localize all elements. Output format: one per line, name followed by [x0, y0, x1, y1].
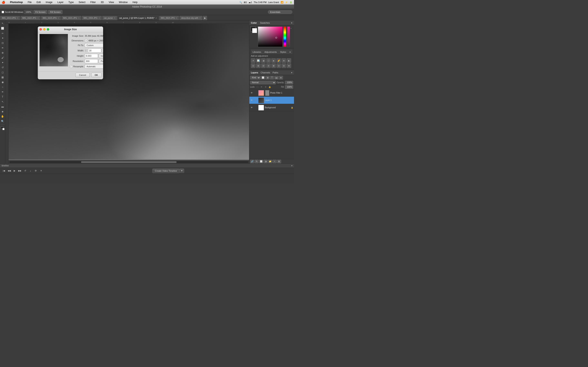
- tool-type[interactable]: T: [0, 95, 5, 99]
- scroll-all-checkbox[interactable]: Scroll All Windows: [2, 11, 23, 13]
- delete-layer-btn[interactable]: 🗑: [277, 160, 281, 163]
- adj-brightness[interactable]: ☀: [251, 58, 255, 63]
- layer-visibility-photo-filter[interactable]: 👁: [250, 91, 253, 95]
- menu-help[interactable]: Help: [132, 1, 138, 4]
- tab-img1622[interactable]: IMG_1622.JPG ✕: [20, 16, 41, 20]
- horizontal-scrollbar[interactable]: [9, 160, 249, 164]
- adj-bw[interactable]: ◐: [287, 58, 291, 63]
- filter-type-btn[interactable]: T: [270, 76, 274, 80]
- scrollbar-thumb[interactable]: [81, 161, 177, 163]
- menu-view[interactable]: View: [108, 1, 115, 4]
- tab-close-img1631[interactable]: ✕: [78, 17, 80, 19]
- menu-layer[interactable]: Layer: [57, 1, 64, 4]
- tool-blur[interactable]: ◉: [0, 80, 5, 84]
- dialog-minimize-btn[interactable]: [43, 28, 45, 31]
- filter-smartobj-btn[interactable]: ◈: [279, 76, 283, 80]
- color-cursor[interactable]: [276, 37, 277, 39]
- tab-close-cat-purse[interactable]: ✕: [114, 17, 115, 19]
- tool-move[interactable]: ↖: [0, 21, 5, 26]
- paths-tab[interactable]: Paths: [273, 71, 278, 74]
- dimensions-dropdown[interactable]: ▼: [85, 39, 87, 42]
- tl-loop-btn[interactable]: ↺: [23, 169, 27, 173]
- adj-color-lookup[interactable]: ⊟: [261, 63, 266, 68]
- new-group-btn[interactable]: 📁: [268, 160, 272, 163]
- layer-chain-layer1[interactable]: ⛓: [254, 99, 258, 102]
- tool-dodge[interactable]: ○: [0, 85, 5, 89]
- height-input[interactable]: [85, 54, 98, 58]
- filter-kind-select[interactable]: Kind: [250, 76, 260, 80]
- opacity-input[interactable]: [285, 81, 293, 84]
- add-mask-btn[interactable]: ⬜: [259, 160, 263, 163]
- height-unit-select[interactable]: Inches: [99, 54, 103, 58]
- tool-clone[interactable]: ✦: [0, 60, 5, 65]
- tool-crop[interactable]: ⊡: [0, 41, 5, 45]
- menu-image[interactable]: Image: [45, 1, 53, 4]
- menu-file[interactable]: File: [27, 1, 33, 4]
- tl-audio-btn[interactable]: ♪: [28, 169, 33, 173]
- tl-goto-start-btn[interactable]: |◀: [2, 169, 6, 173]
- workspace-search[interactable]: [268, 10, 292, 14]
- scrollbar-track[interactable]: [9, 161, 248, 163]
- adj-curves[interactable]: ◑: [261, 58, 266, 63]
- adj-levels[interactable]: 📊: [256, 58, 260, 63]
- tab-img1554[interactable]: IMG_1554.JPG ✕: [82, 16, 102, 20]
- resolution-input[interactable]: [85, 59, 98, 63]
- create-video-timeline-arrow[interactable]: ▼: [180, 169, 184, 173]
- tool-eraser[interactable]: ◻: [0, 70, 5, 75]
- adj-gradient-map[interactable]: ⊟: [282, 63, 286, 68]
- tool-select-rect[interactable]: ⬜: [0, 26, 5, 31]
- lock-checkerboard-btn[interactable]: ⬚: [256, 85, 259, 89]
- layer-chain-background[interactable]: [254, 106, 258, 109]
- tl-add-media-btn[interactable]: ✕: [39, 169, 43, 173]
- new-adjustment-btn[interactable]: ◑: [264, 160, 268, 163]
- collapse-arrow[interactable]: ▸: [291, 26, 293, 47]
- adjustments-panel-arrow[interactable]: ▸: [290, 51, 291, 53]
- cloud-icon[interactable]: ☁1: [249, 1, 252, 4]
- tab-close-img0624[interactable]: ✕: [176, 17, 177, 19]
- filter-shape-btn[interactable]: ▬: [274, 76, 278, 80]
- adj-photo-filter[interactable]: ⊡: [251, 63, 255, 68]
- libraries-tab[interactable]: Libraries: [252, 51, 261, 53]
- resample-select[interactable]: Automatic: [85, 64, 103, 68]
- menu-edit[interactable]: Edit: [36, 1, 42, 4]
- adj-invert[interactable]: ⊘: [266, 63, 271, 68]
- create-video-timeline-btn[interactable]: Create Video Timeline: [152, 169, 180, 173]
- tool-spot-heal[interactable]: ⊕: [0, 50, 5, 55]
- new-layer-btn[interactable]: +: [273, 160, 277, 163]
- layer-visibility-layer1[interactable]: 👁: [250, 99, 253, 102]
- link-layers-btn[interactable]: 🔗: [250, 160, 254, 163]
- tool-hand[interactable]: ✋: [0, 114, 5, 119]
- tab-img1613[interactable]: IMG_1613.JPG ✕: [0, 16, 20, 20]
- tl-play-btn[interactable]: ▶: [12, 169, 17, 173]
- menu-3d[interactable]: 3D: [100, 1, 104, 4]
- layers-panel-arrow[interactable]: ▸: [291, 71, 292, 74]
- foreground-background-color[interactable]: [0, 126, 5, 131]
- menu-type[interactable]: Type: [68, 1, 75, 4]
- alpha-slider[interactable]: [287, 26, 290, 47]
- tool-eyedropper[interactable]: ✒: [0, 46, 5, 50]
- fit-screen-button[interactable]: Fit Screen: [34, 10, 47, 14]
- filter-pixel-btn[interactable]: ⬜: [261, 76, 265, 80]
- tl-prev-frame-btn[interactable]: ◀◀: [7, 169, 11, 173]
- adj-exposure[interactable]: ⬡: [266, 58, 271, 63]
- menu-select[interactable]: Select: [78, 1, 86, 4]
- adj-vibrance[interactable]: ◈: [271, 58, 276, 63]
- tab-img1631[interactable]: IMG_1631.JPG ✕: [61, 16, 81, 20]
- menu-photoshop[interactable]: Photoshop: [9, 1, 24, 4]
- fill-input[interactable]: [285, 85, 293, 89]
- tab-close-img1613[interactable]: ✕: [17, 17, 18, 19]
- hue-slider[interactable]: [283, 26, 286, 47]
- width-input[interactable]: [88, 49, 101, 53]
- fg-bg-swatches[interactable]: [251, 26, 257, 33]
- tab-deep-blue[interactable]: deep-blue-sky-with ✕: [179, 16, 203, 20]
- dialog-maximize-btn[interactable]: [47, 28, 49, 31]
- fill-screen-button[interactable]: Fill Screen: [48, 10, 62, 14]
- tool-zoom[interactable]: 🔍: [0, 119, 5, 124]
- tab-img1623[interactable]: IMG_1623.JPG ✕: [41, 16, 61, 20]
- layers-tab[interactable]: Layers: [251, 71, 258, 74]
- tool-gradient[interactable]: ▦: [0, 75, 5, 80]
- cancel-button[interactable]: Cancel: [76, 73, 89, 77]
- tool-shape[interactable]: ▬: [0, 104, 5, 109]
- dialog-close-btn[interactable]: [39, 28, 42, 31]
- swatches-tab[interactable]: Swatches: [260, 22, 270, 24]
